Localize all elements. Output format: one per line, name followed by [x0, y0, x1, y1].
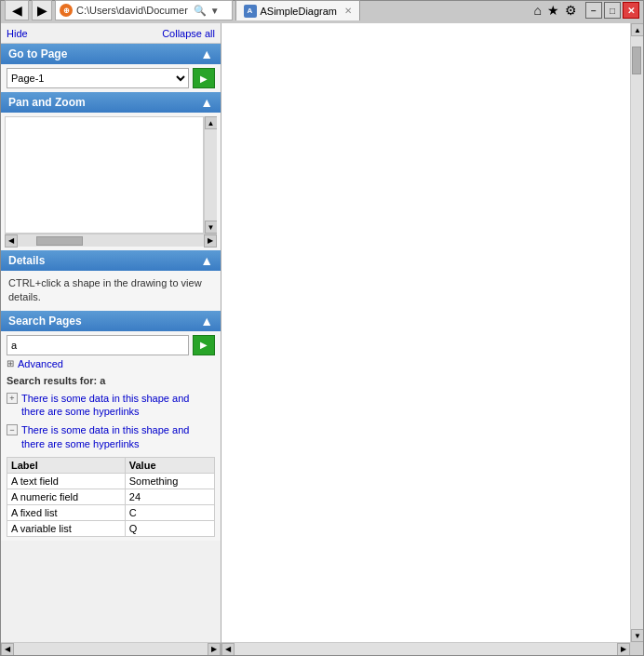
pan-zoom-section: Pan and Zoom ▲ ▲ ▼ — [1, 92, 221, 250]
home-icon[interactable]: ⌂ — [534, 3, 542, 18]
address-icon: ⊕ — [60, 4, 73, 17]
data-table: Label Value A text field Something — [7, 457, 215, 537]
advanced-row[interactable]: ⊞ Advanced — [7, 355, 215, 372]
row-4-value: Q — [125, 520, 214, 536]
dropdown-icon[interactable]: ▼ — [210, 6, 220, 16]
close-button[interactable]: ✕ — [623, 2, 639, 19]
address-text: C:\Users\david\Documer — [76, 5, 188, 16]
details-instruction: CTRL+click a shape in the drawing to vie… — [8, 277, 202, 302]
window-frame: ◀ ▶ ⊕ C:\Users\david\Documer 🔍 ▼ A ASimp… — [0, 0, 644, 656]
goto-page-collapse[interactable]: ▲ — [200, 47, 213, 61]
search-results-label: Search results for: a — [7, 372, 215, 389]
table-row: A text field Something — [7, 473, 215, 489]
pan-zoom-scroll-up[interactable]: ▲ — [205, 116, 218, 129]
search-icon: 🔍 — [194, 5, 207, 17]
row-1-value: Something — [125, 473, 214, 489]
row-3-value: C — [125, 504, 214, 520]
search-pages-title: Search Pages — [8, 315, 82, 328]
back-button[interactable]: ◀ — [5, 0, 29, 20]
pan-zoom-content: ▲ ▼ ◀ ▶ — [1, 113, 221, 250]
pan-zoom-scroll-right[interactable]: ▶ — [204, 234, 217, 248]
advanced-expand-icon: ⊞ — [7, 358, 14, 368]
search-row — [7, 335, 215, 355]
goto-page-content: Page-1 — [1, 64, 221, 92]
pan-zoom-collapse[interactable]: ▲ — [200, 95, 213, 110]
table-row: A fixed list C — [7, 504, 215, 520]
pan-zoom-canvas — [5, 116, 204, 234]
goto-page-section: Go to Page ▲ Page-1 — [1, 44, 221, 92]
left-panel-bottom-scrollbar: ◀ ▶ — [1, 642, 221, 655]
details-content: CTRL+click a shape in the drawing to vie… — [1, 271, 221, 311]
row-2-label: A numeric field — [7, 489, 126, 504]
search-result-1[interactable]: + There is some data in this shape and t… — [7, 389, 215, 422]
right-scroll-down[interactable]: ▼ — [631, 629, 643, 642]
pan-zoom-title: Pan and Zoom — [8, 96, 86, 109]
details-collapse[interactable]: ▲ — [200, 253, 213, 268]
details-header: Details ▲ — [1, 250, 221, 271]
right-scroll-right[interactable]: ▶ — [617, 643, 630, 656]
col-label: Label — [7, 457, 126, 473]
address-bar[interactable]: ⊕ C:\Users\david\Documer 🔍 ▼ — [55, 0, 233, 20]
browser-tab[interactable]: A ASimpleDiagram ✕ — [235, 0, 361, 20]
search-pages-collapse[interactable]: ▲ — [200, 314, 213, 328]
panel-scrollable: Go to Page ▲ Page-1 Pan and Zoom ▲ — [1, 44, 221, 642]
right-vscroll-thumb[interactable] — [632, 47, 641, 74]
table-row: A variable list Q — [7, 520, 215, 536]
settings-icon[interactable]: ⚙ — [565, 3, 577, 18]
search-pages-section: Search Pages ▲ ⊞ Advanced Sea — [1, 311, 221, 541]
right-scroll-up[interactable]: ▲ — [631, 23, 643, 36]
advanced-link[interactable]: Advanced — [18, 358, 63, 369]
pan-zoom-scroll-down[interactable]: ▼ — [205, 221, 218, 234]
search-content: ⊞ Advanced Search results for: a + There… — [1, 331, 221, 541]
result-1-expand[interactable]: + — [7, 393, 18, 404]
favorites-icon[interactable]: ★ — [547, 3, 559, 18]
pan-zoom-scroll-left[interactable]: ◀ — [5, 234, 18, 248]
row-1-label: A text field — [7, 473, 126, 489]
goto-page-title: Go to Page — [8, 47, 67, 60]
search-input[interactable] — [7, 335, 189, 355]
main-content: Hide Collapse all Go to Page ▲ Page-1 — [1, 23, 643, 655]
tab-title: ASimpleDiagram — [261, 6, 338, 17]
details-title: Details — [8, 254, 45, 267]
scroll-corner — [630, 642, 643, 655]
search-result-2[interactable]: − There is some data in this shape and t… — [7, 421, 215, 453]
tab-favicon: A — [244, 5, 257, 18]
right-hscrollbar: ◀ ▶ — [221, 642, 630, 655]
search-go-button[interactable] — [193, 335, 215, 355]
forward-button[interactable]: ▶ — [32, 0, 52, 20]
hide-link[interactable]: Hide — [7, 28, 28, 39]
details-section: Details ▲ CTRL+click a shape in the draw… — [1, 250, 221, 311]
result-1-link[interactable]: There is some data in this shape and the… — [21, 392, 215, 419]
goto-page-button[interactable] — [193, 68, 215, 88]
col-value: Value — [125, 457, 214, 473]
pan-zoom-header: Pan and Zoom ▲ — [1, 92, 221, 113]
result-2-expand[interactable]: − — [7, 424, 18, 435]
row-3-label: A fixed list — [7, 504, 126, 520]
left-panel-scroll-right[interactable]: ▶ — [208, 643, 221, 656]
right-panel: ▲ ▼ ◀ ▶ — [221, 23, 643, 655]
pan-zoom-hscroll-thumb[interactable] — [36, 236, 83, 246]
row-4-label: A variable list — [7, 520, 126, 536]
tab-row: ◀ ▶ ⊕ C:\Users\david\Documer 🔍 ▼ A ASimp… — [1, 1, 643, 23]
left-panel: Hide Collapse all Go to Page ▲ Page-1 — [1, 23, 221, 655]
right-vscrollbar: ▲ ▼ — [630, 23, 643, 642]
page-select[interactable]: Page-1 — [7, 68, 189, 88]
collapse-all-link[interactable]: Collapse all — [162, 28, 215, 39]
results-query: a — [100, 375, 105, 386]
tab-close-button[interactable]: ✕ — [344, 6, 352, 16]
left-panel-scroll-left[interactable]: ◀ — [1, 643, 14, 656]
table-row: A numeric field 24 — [7, 489, 215, 504]
search-pages-header: Search Pages ▲ — [1, 311, 221, 331]
maximize-button[interactable]: □ — [604, 2, 621, 19]
result-2-link[interactable]: There is some data in this shape and the… — [21, 423, 215, 450]
goto-page-header: Go to Page ▲ — [1, 44, 221, 64]
row-2-value: 24 — [125, 489, 214, 504]
minimize-button[interactable]: − — [585, 2, 602, 19]
right-scroll-left[interactable]: ◀ — [221, 643, 235, 656]
panel-top-bar: Hide Collapse all — [1, 23, 221, 44]
